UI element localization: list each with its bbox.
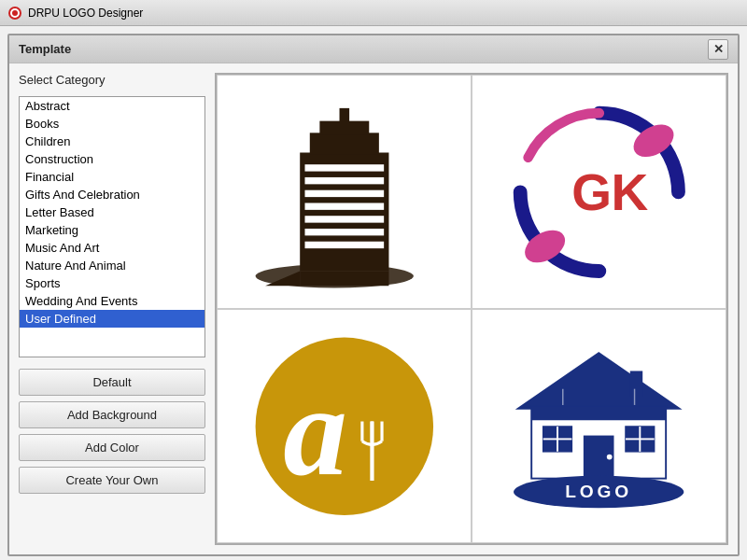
svg-marker-27 xyxy=(518,353,680,409)
window-close-button[interactable]: ✕ xyxy=(708,39,728,60)
svg-text:G: G xyxy=(571,163,612,221)
category-music[interactable]: Music And Art xyxy=(20,239,204,257)
add-color-button[interactable]: Add Color xyxy=(19,434,205,461)
svg-rect-5 xyxy=(304,164,384,171)
svg-rect-9 xyxy=(304,216,384,222)
category-letter-based[interactable]: Letter Based xyxy=(20,203,204,221)
svg-rect-12 xyxy=(309,133,378,154)
logo-cell-gk[interactable]: G K xyxy=(472,75,726,309)
window-content: Select Category Abstract Books Children … xyxy=(9,63,738,554)
category-books[interactable]: Books xyxy=(20,115,204,133)
category-construction[interactable]: Construction xyxy=(20,150,204,168)
category-gifts[interactable]: Gifts And Celebration xyxy=(20,186,204,203)
category-abstract[interactable]: Abstract xyxy=(20,97,204,115)
window-title-bar: Template ✕ xyxy=(9,35,738,63)
letter-a-logo: a xyxy=(246,328,444,525)
app-icon xyxy=(7,6,22,21)
category-marketing[interactable]: Marketing xyxy=(20,221,204,239)
app-title-bar: DRPU LOGO Designer xyxy=(0,0,747,26)
action-buttons: Default Add Background Add Color Create … xyxy=(19,369,205,494)
svg-rect-8 xyxy=(304,203,384,209)
house-logo: LOGO xyxy=(491,337,706,516)
svg-point-35 xyxy=(607,454,613,459)
svg-rect-30 xyxy=(532,406,667,419)
svg-text:K: K xyxy=(611,163,648,221)
svg-rect-14 xyxy=(339,108,349,123)
logo-grid: G K a xyxy=(215,73,728,545)
category-wedding[interactable]: Wedding And Events xyxy=(20,292,204,310)
create-your-own-button[interactable]: Create Your Own xyxy=(19,467,205,494)
default-button[interactable]: Default xyxy=(19,369,205,396)
category-label: Select Category xyxy=(19,73,205,89)
svg-text:LOGO: LOGO xyxy=(566,481,633,500)
main-window: Template ✕ Select Category Abstract Book… xyxy=(7,34,740,556)
svg-point-2 xyxy=(12,10,18,16)
svg-marker-16 xyxy=(300,271,388,286)
category-nature[interactable]: Nature And Animal xyxy=(20,257,204,274)
gk-circle-logo: G K xyxy=(500,93,698,291)
svg-rect-11 xyxy=(304,241,384,247)
svg-rect-10 xyxy=(304,229,384,235)
category-user-defined[interactable]: User Defined xyxy=(20,310,204,328)
svg-text:a: a xyxy=(283,358,347,501)
category-children[interactable]: Children xyxy=(20,133,204,150)
add-background-button[interactable]: Add Background xyxy=(19,401,205,428)
logo-cell-house[interactable]: LOGO xyxy=(472,309,726,543)
category-list[interactable]: Abstract Books Children Construction Fin… xyxy=(19,96,205,357)
svg-rect-13 xyxy=(319,120,369,134)
category-financial[interactable]: Financial xyxy=(20,168,204,186)
logo-cell-building[interactable] xyxy=(217,75,472,309)
svg-rect-7 xyxy=(304,189,384,196)
svg-rect-6 xyxy=(304,177,384,184)
svg-rect-28 xyxy=(630,371,642,396)
logo-cell-letter-a[interactable]: a xyxy=(217,309,472,543)
building-logo xyxy=(246,93,444,291)
app-title: DRPU LOGO Designer xyxy=(28,7,143,20)
left-panel: Select Category Abstract Books Children … xyxy=(19,73,205,545)
category-sports[interactable]: Sports xyxy=(20,274,204,292)
window-title: Template xyxy=(19,42,71,56)
